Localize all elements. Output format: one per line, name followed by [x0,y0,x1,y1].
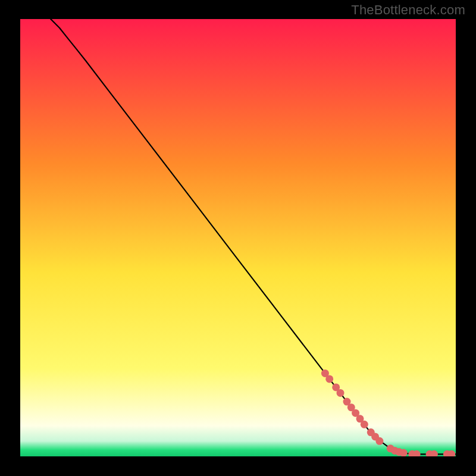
chart-frame: TheBottleneck.com [0,0,476,476]
data-marker [375,437,383,445]
svg-rect-0 [20,19,456,456]
chart-svg [20,19,456,456]
plot-area [20,19,456,456]
attribution-label: TheBottleneck.com [351,2,465,18]
data-marker [400,449,408,456]
data-marker [325,375,333,383]
data-marker [337,389,345,397]
data-marker [361,421,368,428]
